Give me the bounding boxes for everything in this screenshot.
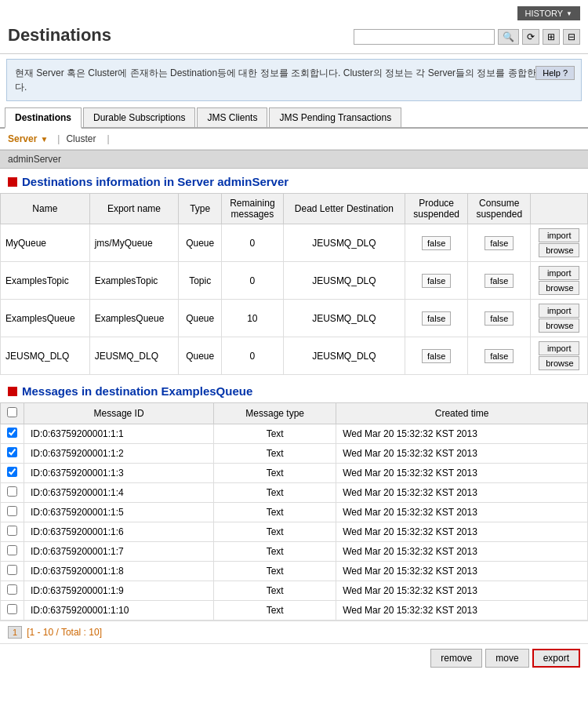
col-created-time: Created time (336, 403, 588, 424)
produce-btn[interactable]: false (422, 311, 451, 326)
select-all-checkbox[interactable] (7, 407, 17, 417)
export1-button[interactable]: ⊞ (543, 29, 560, 45)
dest-produce: false (405, 262, 468, 300)
msg-checkbox[interactable] (7, 545, 17, 555)
msg-checkbox[interactable] (7, 428, 17, 438)
list-item: ID:0:63759200001:1:10 Text Wed Mar 20 15… (1, 601, 588, 621)
list-item: ID:0:63759200001:1:4 Text Wed Mar 20 15:… (1, 483, 588, 503)
list-item: ID:0:63759200001:1:1 Text Wed Mar 20 15:… (1, 424, 588, 444)
import-button[interactable]: import (539, 304, 579, 318)
msg-id: ID:0:63759200001:1:6 (24, 522, 214, 542)
msg-checkbox-cell (1, 522, 24, 542)
destinations-title: Destinations information in Server admin… (22, 175, 289, 188)
msg-checkbox[interactable] (7, 584, 17, 595)
col-type: Type (179, 194, 222, 224)
msg-type: Text (214, 562, 336, 581)
dest-consume: false (468, 262, 531, 300)
history-button[interactable]: HISTORY ▼ (517, 6, 580, 20)
msg-checkbox[interactable] (7, 506, 17, 516)
tab-jms-pending[interactable]: JMS Pending Transactions (269, 107, 401, 127)
dest-type: Queue (179, 337, 222, 375)
col-actions (531, 194, 588, 224)
msg-type: Text (214, 483, 336, 503)
dest-dead-letter: JEUSMQ_DLQ (283, 337, 405, 375)
pagination-range: [1 - 10 / Total : 10] (27, 627, 102, 638)
remove-button[interactable]: remove (430, 649, 482, 668)
info-text: 현재 Server 혹은 Cluster에 존재하는 Destination등에… (15, 67, 567, 93)
consume-btn[interactable]: false (485, 274, 514, 288)
msg-checkbox[interactable] (7, 604, 17, 614)
import-button[interactable]: import (539, 341, 579, 355)
msg-created: Wed Mar 20 15:32:32 KST 2013 (336, 503, 588, 522)
msg-created: Wed Mar 20 15:32:32 KST 2013 (336, 542, 588, 562)
table-row: ExamplesQueue ExamplesQueue Queue 10 JEU… (1, 300, 588, 337)
export-button[interactable]: export (532, 649, 580, 668)
dest-actions: import browse (531, 337, 588, 375)
import-button[interactable]: import (539, 266, 579, 280)
browse-button[interactable]: browse (539, 243, 579, 257)
msg-type: Text (214, 424, 336, 444)
consume-btn[interactable]: false (485, 349, 514, 363)
msg-checkbox-cell (1, 562, 24, 581)
produce-btn[interactable]: false (422, 274, 451, 288)
msg-checkbox[interactable] (7, 565, 17, 575)
dest-export-name: ExamplesQueue (89, 300, 179, 337)
col-name: Name (1, 194, 90, 224)
msg-checkbox[interactable] (7, 526, 17, 536)
col-export-name: Export name (89, 194, 179, 224)
search-input[interactable] (354, 29, 495, 45)
cluster-filter[interactable]: Cluster (66, 133, 96, 144)
col-consume: Consumesuspended (468, 194, 531, 224)
msg-checkbox[interactable] (7, 486, 17, 497)
dest-remaining: 0 (222, 262, 284, 300)
dest-name: ExamplesTopic (1, 262, 90, 300)
msg-id: ID:0:63759200001:1:4 (24, 483, 214, 503)
header: HISTORY ▼ Destinations 🔍 ⟳ ⊞ ⊟ (0, 0, 588, 54)
produce-btn[interactable]: false (422, 349, 451, 363)
consume-btn[interactable]: false (485, 311, 514, 326)
tab-jms-clients[interactable]: JMS Clients (197, 107, 267, 127)
msg-id: ID:0:63759200001:1:3 (24, 464, 214, 483)
search-button[interactable]: 🔍 (498, 29, 519, 45)
import-button[interactable]: import (539, 228, 579, 242)
msg-id: ID:0:63759200001:1:5 (24, 503, 214, 522)
help-button[interactable]: Help ? (535, 66, 575, 80)
dest-produce: false (405, 224, 468, 262)
col-produce: Producesuspended (405, 194, 468, 224)
messages-section-title: Messages in destination ExamplesQueue (0, 378, 588, 402)
destinations-table: Name Export name Type Remainingmessages … (0, 193, 588, 375)
browse-button[interactable]: browse (539, 281, 579, 295)
msg-created: Wed Mar 20 15:32:32 KST 2013 (336, 424, 588, 444)
history-arrow-icon: ▼ (566, 10, 572, 17)
filter-bar: Server ▼ | Cluster | (0, 129, 588, 150)
dest-consume: false (468, 224, 531, 262)
msg-type: Text (214, 444, 336, 464)
messages-red-square-icon (8, 387, 17, 396)
browse-button[interactable]: browse (539, 356, 579, 370)
msg-id: ID:0:63759200001:1:7 (24, 542, 214, 562)
msg-checkbox-cell (1, 601, 24, 621)
dest-type: Queue (179, 300, 222, 337)
tab-destinations[interactable]: Destinations (5, 107, 82, 129)
server-filter[interactable]: Server ▼ (8, 133, 48, 144)
tab-durable-subscriptions[interactable]: Durable Subscriptions (83, 107, 195, 127)
consume-btn[interactable]: false (485, 236, 514, 250)
col-dead-letter: Dead Letter Destination (283, 194, 405, 224)
msg-type: Text (214, 581, 336, 601)
produce-btn[interactable]: false (422, 236, 451, 250)
msg-id: ID:0:63759200001:1:9 (24, 581, 214, 601)
msg-checkbox-cell (1, 464, 24, 483)
browse-button[interactable]: browse (539, 318, 579, 333)
server-label: Server (8, 133, 37, 144)
header-controls: 🔍 ⟳ ⊞ ⊟ (354, 29, 580, 45)
refresh-button[interactable]: ⟳ (522, 29, 539, 45)
col-check (1, 403, 24, 424)
dest-type: Queue (179, 224, 222, 262)
export2-button[interactable]: ⊟ (563, 29, 580, 45)
table-row: JEUSMQ_DLQ JEUSMQ_DLQ Queue 0 JEUSMQ_DLQ… (1, 337, 588, 375)
msg-checkbox[interactable] (7, 467, 17, 477)
msg-id: ID:0:63759200001:1:8 (24, 562, 214, 581)
msg-checkbox-cell (1, 424, 24, 444)
move-button[interactable]: move (485, 649, 528, 668)
msg-checkbox[interactable] (7, 447, 17, 457)
